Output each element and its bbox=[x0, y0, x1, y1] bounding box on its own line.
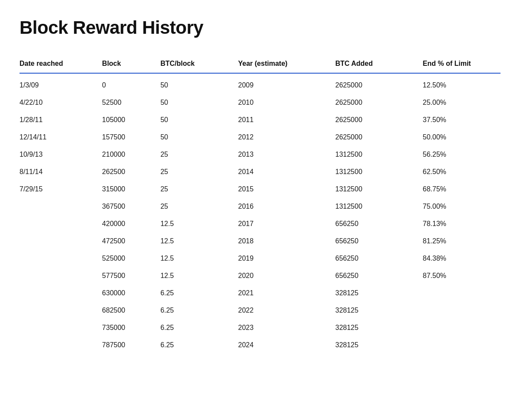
table-row: 1/28/11105000502011262500037.50% bbox=[20, 111, 500, 129]
cell-0-end_pct_limit: 12.50% bbox=[423, 73, 500, 94]
table-row: 57750012.5202065625087.50% bbox=[20, 267, 500, 284]
cell-4-date: 10/9/13 bbox=[20, 146, 102, 163]
cell-11-btc_added: 656250 bbox=[335, 267, 423, 284]
cell-5-btc_per_block: 25 bbox=[160, 163, 238, 181]
cell-5-btc_added: 1312500 bbox=[335, 163, 423, 181]
cell-13-btc_added: 328125 bbox=[335, 302, 423, 319]
table-row: 4/22/1052500502010262500025.00% bbox=[20, 94, 500, 111]
cell-12-end_pct_limit bbox=[423, 284, 500, 302]
cell-13-year_estimate: 2022 bbox=[238, 302, 335, 319]
cell-11-btc_per_block: 12.5 bbox=[160, 267, 238, 284]
table-row: 10/9/13210000252013131250056.25% bbox=[20, 146, 500, 163]
cell-7-block: 367500 bbox=[102, 198, 161, 215]
table-row: 7875006.252024328125 bbox=[20, 336, 500, 354]
cell-10-btc_per_block: 12.5 bbox=[160, 250, 238, 267]
cell-0-btc_added: 2625000 bbox=[335, 73, 423, 94]
cell-14-block: 735000 bbox=[102, 319, 161, 336]
cell-9-btc_added: 656250 bbox=[335, 233, 423, 250]
table-row: 6300006.252021328125 bbox=[20, 284, 500, 302]
cell-14-date bbox=[20, 319, 102, 336]
cell-6-end_pct_limit: 68.75% bbox=[423, 181, 500, 198]
cell-3-date: 12/14/11 bbox=[20, 129, 102, 146]
cell-2-block: 105000 bbox=[102, 111, 161, 129]
table-row: 6825006.252022328125 bbox=[20, 302, 500, 319]
cell-2-btc_added: 2625000 bbox=[335, 111, 423, 129]
cell-15-block: 787500 bbox=[102, 336, 161, 354]
cell-7-date bbox=[20, 198, 102, 215]
cell-0-year_estimate: 2009 bbox=[238, 73, 335, 94]
page-title: Block Reward History bbox=[20, 17, 500, 38]
cell-8-year_estimate: 2017 bbox=[238, 215, 335, 233]
cell-1-end_pct_limit: 25.00% bbox=[423, 94, 500, 111]
cell-5-end_pct_limit: 62.50% bbox=[423, 163, 500, 181]
cell-5-date: 8/11/14 bbox=[20, 163, 102, 181]
cell-14-end_pct_limit bbox=[423, 319, 500, 336]
cell-9-date bbox=[20, 233, 102, 250]
cell-1-btc_per_block: 50 bbox=[160, 94, 238, 111]
cell-13-date bbox=[20, 302, 102, 319]
cell-12-block: 630000 bbox=[102, 284, 161, 302]
cell-15-btc_added: 328125 bbox=[335, 336, 423, 354]
cell-14-year_estimate: 2023 bbox=[238, 319, 335, 336]
cell-6-year_estimate: 2015 bbox=[238, 181, 335, 198]
cell-6-date: 7/29/15 bbox=[20, 181, 102, 198]
cell-0-btc_per_block: 50 bbox=[160, 73, 238, 94]
cell-3-btc_added: 2625000 bbox=[335, 129, 423, 146]
cell-11-date bbox=[20, 267, 102, 284]
cell-13-btc_per_block: 6.25 bbox=[160, 302, 238, 319]
cell-4-btc_added: 1312500 bbox=[335, 146, 423, 163]
cell-1-year_estimate: 2010 bbox=[238, 94, 335, 111]
cell-9-block: 472500 bbox=[102, 233, 161, 250]
col-header-end_pct_limit: End % of Limit bbox=[423, 55, 500, 73]
cell-3-year_estimate: 2012 bbox=[238, 129, 335, 146]
cell-1-block: 52500 bbox=[102, 94, 161, 111]
cell-10-btc_added: 656250 bbox=[335, 250, 423, 267]
cell-9-end_pct_limit: 81.25% bbox=[423, 233, 500, 250]
cell-12-date bbox=[20, 284, 102, 302]
cell-6-block: 315000 bbox=[102, 181, 161, 198]
cell-4-btc_per_block: 25 bbox=[160, 146, 238, 163]
col-header-block: Block bbox=[102, 55, 161, 73]
cell-0-date: 1/3/09 bbox=[20, 73, 102, 94]
table-row: 8/11/14262500252014131250062.50% bbox=[20, 163, 500, 181]
cell-3-btc_per_block: 50 bbox=[160, 129, 238, 146]
cell-15-btc_per_block: 6.25 bbox=[160, 336, 238, 354]
cell-4-year_estimate: 2013 bbox=[238, 146, 335, 163]
cell-8-date bbox=[20, 215, 102, 233]
cell-1-date: 4/22/10 bbox=[20, 94, 102, 111]
cell-5-year_estimate: 2014 bbox=[238, 163, 335, 181]
cell-0-block: 0 bbox=[102, 73, 161, 94]
cell-10-year_estimate: 2019 bbox=[238, 250, 335, 267]
cell-9-year_estimate: 2018 bbox=[238, 233, 335, 250]
cell-9-btc_per_block: 12.5 bbox=[160, 233, 238, 250]
cell-12-btc_added: 328125 bbox=[335, 284, 423, 302]
cell-2-year_estimate: 2011 bbox=[238, 111, 335, 129]
table-row: 52500012.5201965625084.38% bbox=[20, 250, 500, 267]
cell-6-btc_added: 1312500 bbox=[335, 181, 423, 198]
block-reward-table: Date reachedBlockBTC/blockYear (estimate… bbox=[20, 55, 500, 354]
table-row: 7/29/15315000252015131250068.75% bbox=[20, 181, 500, 198]
cell-12-year_estimate: 2021 bbox=[238, 284, 335, 302]
cell-14-btc_per_block: 6.25 bbox=[160, 319, 238, 336]
cell-11-block: 577500 bbox=[102, 267, 161, 284]
cell-13-end_pct_limit bbox=[423, 302, 500, 319]
cell-4-block: 210000 bbox=[102, 146, 161, 163]
col-header-btc_per_block: BTC/block bbox=[160, 55, 238, 73]
cell-2-btc_per_block: 50 bbox=[160, 111, 238, 129]
cell-8-end_pct_limit: 78.13% bbox=[423, 215, 500, 233]
table-row: 7350006.252023328125 bbox=[20, 319, 500, 336]
cell-12-btc_per_block: 6.25 bbox=[160, 284, 238, 302]
cell-7-year_estimate: 2016 bbox=[238, 198, 335, 215]
table-row: 1/3/090502009262500012.50% bbox=[20, 73, 500, 94]
table-row: 367500252016131250075.00% bbox=[20, 198, 500, 215]
cell-10-date bbox=[20, 250, 102, 267]
cell-3-block: 157500 bbox=[102, 129, 161, 146]
cell-10-block: 525000 bbox=[102, 250, 161, 267]
col-header-date: Date reached bbox=[20, 55, 102, 73]
table-row: 47250012.5201865625081.25% bbox=[20, 233, 500, 250]
table-row: 42000012.5201765625078.13% bbox=[20, 215, 500, 233]
col-header-btc_added: BTC Added bbox=[335, 55, 423, 73]
cell-5-block: 262500 bbox=[102, 163, 161, 181]
cell-14-btc_added: 328125 bbox=[335, 319, 423, 336]
cell-11-end_pct_limit: 87.50% bbox=[423, 267, 500, 284]
